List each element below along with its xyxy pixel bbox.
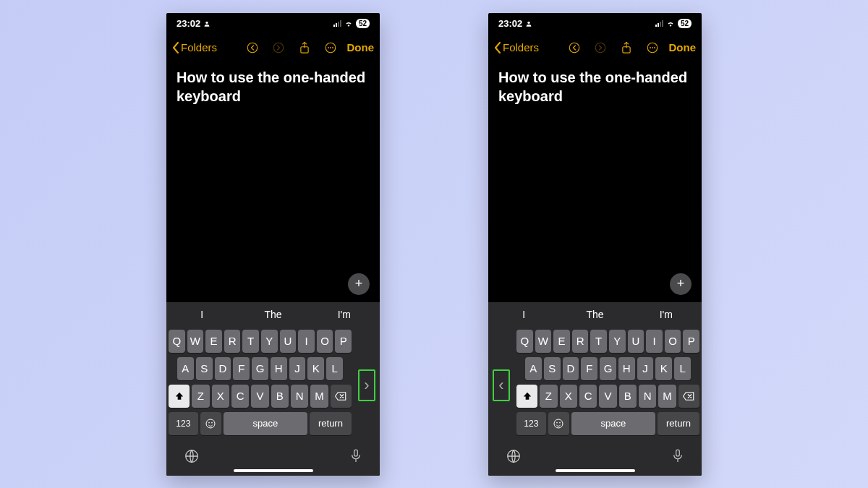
key-k[interactable]: K (655, 357, 672, 380)
key-v[interactable]: V (599, 385, 616, 408)
key-x[interactable]: X (560, 385, 577, 408)
key-h[interactable]: H (271, 357, 287, 380)
numbers-key[interactable]: 123 (169, 412, 198, 435)
key-j[interactable]: J (637, 357, 654, 380)
key-t[interactable]: T (590, 330, 607, 353)
key-c[interactable]: C (231, 385, 249, 408)
key-f[interactable]: F (233, 357, 250, 380)
redo-icon (594, 41, 607, 54)
suggestion-2[interactable]: The (237, 309, 308, 320)
key-e[interactable]: E (553, 330, 570, 353)
signal-icon (655, 20, 663, 27)
key-c[interactable]: C (579, 385, 597, 408)
key-g[interactable]: G (600, 357, 616, 380)
done-button[interactable]: Done (347, 41, 375, 53)
shift-key[interactable] (169, 385, 190, 408)
key-m[interactable]: M (310, 385, 328, 408)
key-t[interactable]: T (242, 330, 259, 353)
suggestion-2[interactable]: The (559, 309, 630, 320)
key-l[interactable]: L (326, 357, 343, 380)
key-o[interactable]: O (665, 330, 681, 353)
undo-icon[interactable] (246, 41, 259, 54)
key-d[interactable]: D (215, 357, 231, 380)
key-i[interactable]: I (646, 330, 663, 353)
add-button[interactable]: + (670, 273, 692, 295)
back-button[interactable]: Folders (494, 41, 539, 53)
globe-icon[interactable] (506, 448, 522, 464)
key-o[interactable]: O (317, 330, 333, 353)
back-button[interactable]: Folders (172, 41, 217, 53)
key-v[interactable]: V (251, 385, 268, 408)
emoji-key[interactable] (548, 412, 569, 435)
svg-point-2 (273, 43, 284, 53)
key-a[interactable]: A (525, 357, 542, 380)
key-n[interactable]: N (291, 385, 308, 408)
undo-icon[interactable] (568, 41, 581, 54)
key-m[interactable]: M (658, 385, 676, 408)
suggestion-3[interactable]: I'm (309, 309, 380, 320)
mic-icon[interactable] (671, 448, 684, 464)
svg-point-21 (554, 419, 563, 428)
key-k[interactable]: K (307, 357, 324, 380)
expand-handle-right[interactable]: › (354, 347, 380, 424)
key-z[interactable]: Z (192, 385, 209, 408)
globe-icon[interactable] (184, 448, 200, 464)
svg-point-20 (654, 47, 655, 48)
space-key[interactable]: space (571, 412, 655, 435)
key-n[interactable]: N (639, 385, 656, 408)
key-w[interactable]: W (187, 330, 204, 353)
key-z[interactable]: Z (540, 385, 557, 408)
key-a[interactable]: A (177, 357, 194, 380)
home-indicator[interactable] (166, 466, 380, 476)
redo-icon (272, 41, 285, 54)
key-g[interactable]: G (252, 357, 268, 380)
key-h[interactable]: H (618, 357, 635, 380)
key-r[interactable]: R (572, 330, 589, 353)
space-key[interactable]: space (224, 412, 307, 435)
key-p[interactable]: P (683, 330, 699, 353)
home-indicator[interactable] (488, 466, 702, 476)
suggestion-3[interactable]: I'm (631, 309, 702, 320)
backspace-key[interactable] (678, 385, 699, 408)
key-y[interactable]: Y (261, 330, 278, 353)
done-button[interactable]: Done (669, 41, 697, 53)
return-key[interactable]: return (310, 412, 352, 435)
svg-point-23 (559, 421, 561, 423)
more-icon[interactable] (324, 41, 337, 54)
key-e[interactable]: E (205, 330, 222, 353)
key-f[interactable]: F (581, 357, 597, 380)
key-p[interactable]: P (335, 330, 352, 353)
key-u[interactable]: U (628, 330, 644, 353)
emoji-key[interactable] (200, 412, 221, 435)
return-key[interactable]: return (658, 412, 699, 435)
key-s[interactable]: S (196, 357, 213, 380)
more-icon[interactable] (646, 41, 659, 54)
key-r[interactable]: R (224, 330, 241, 353)
note-body[interactable]: How to use the one-handed keyboard + (166, 61, 380, 302)
key-x[interactable]: X (212, 385, 229, 408)
key-j[interactable]: J (289, 357, 306, 380)
note-body[interactable]: How to use the one-handed keyboard + (488, 61, 702, 302)
key-q[interactable]: Q (169, 330, 185, 353)
key-u[interactable]: U (280, 330, 297, 353)
key-d[interactable]: D (563, 357, 579, 380)
key-i[interactable]: I (298, 330, 315, 353)
suggestion-1[interactable]: I (166, 309, 237, 320)
numbers-key[interactable]: 123 (516, 412, 546, 435)
expand-handle-left[interactable]: ‹ (488, 347, 514, 424)
share-icon[interactable] (620, 41, 633, 54)
add-button[interactable]: + (348, 273, 370, 295)
key-w[interactable]: W (535, 330, 552, 353)
key-b[interactable]: B (271, 385, 289, 408)
backspace-key[interactable] (331, 385, 352, 408)
suggestion-1[interactable]: I (488, 309, 559, 320)
key-b[interactable]: B (619, 385, 637, 408)
mic-icon[interactable] (349, 448, 362, 464)
key-s[interactable]: S (544, 357, 561, 380)
key-q[interactable]: Q (516, 330, 533, 353)
shift-key[interactable] (516, 385, 537, 408)
key-y[interactable]: Y (609, 330, 626, 353)
profile-icon (525, 20, 532, 27)
share-icon[interactable] (298, 41, 311, 54)
key-l[interactable]: L (674, 357, 691, 380)
